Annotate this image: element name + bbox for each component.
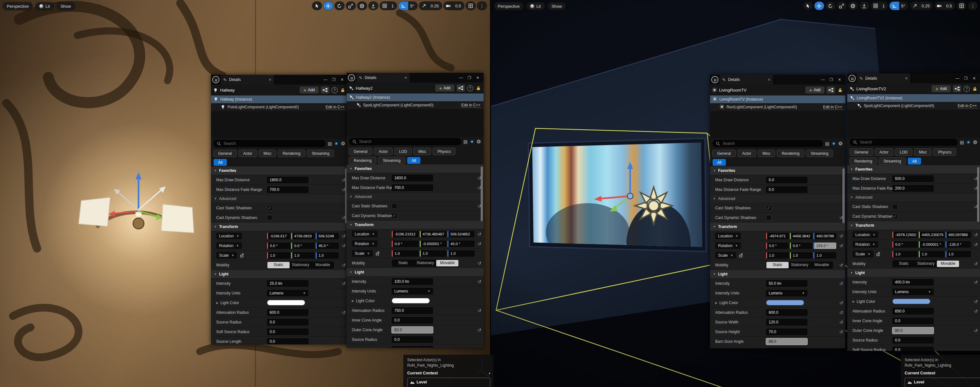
- value-field[interactable]: 650.0: [892, 308, 934, 315]
- tree-row-actor-instance[interactable]: LivingRoomTV2 (Instance): [847, 94, 980, 102]
- display-settings-icon[interactable]: ▤: [960, 140, 964, 145]
- scale-lock-icon[interactable]: [375, 251, 380, 256]
- z-value-field[interactable]: 506.5248: [316, 233, 339, 239]
- tab-details[interactable]: ✎Details✕: [857, 74, 911, 83]
- filter-chip-actor[interactable]: Actor: [738, 150, 756, 157]
- y-value-field[interactable]: 1.0: [291, 252, 314, 259]
- surface-snapping-button[interactable]: [369, 2, 378, 10]
- tab-details[interactable]: ✎Details✕: [720, 75, 773, 85]
- tree-props-splitter[interactable]: [347, 109, 484, 137]
- reset-to-default-button[interactable]: ↺: [837, 300, 845, 305]
- filter-chip-physics[interactable]: Physics: [934, 149, 956, 155]
- units-dropdown[interactable]: Lumens▼: [392, 288, 433, 294]
- search-input[interactable]: [722, 141, 819, 146]
- coordinate-space-button[interactable]: [357, 2, 367, 10]
- value-field[interactable]: 50.0 lm: [766, 280, 807, 287]
- mobility-option-stationary[interactable]: Stationary: [290, 262, 312, 268]
- add-component-button[interactable]: +Add: [300, 86, 318, 94]
- y-value-field[interactable]: 1.0: [919, 251, 944, 257]
- camera-speed-button[interactable]: 0.5: [444, 2, 464, 10]
- z-value-field[interactable]: 1.0: [316, 252, 339, 259]
- help-icon[interactable]: ?: [467, 85, 473, 91]
- filter-chip-misc[interactable]: Misc: [914, 149, 931, 155]
- reset-to-default-button[interactable]: ↺: [837, 243, 845, 248]
- add-component-button[interactable]: +Add: [932, 85, 951, 92]
- value-field[interactable]: 0.0: [766, 177, 807, 183]
- filter-chip-all[interactable]: All: [908, 158, 921, 165]
- x-value-field[interactable]: -5196.21912: [392, 231, 419, 237]
- viewport-layout-button[interactable]: [466, 2, 476, 10]
- tree-row-light-component[interactable]: SpotLightComponent (LightComponent0)Edit…: [847, 102, 980, 110]
- current-context-dropdown[interactable]: Current Context ▾: [905, 371, 980, 376]
- x-value-field[interactable]: -4978.12602: [892, 232, 918, 238]
- minimize-button[interactable]: —: [954, 76, 961, 81]
- z-value-field[interactable]: 1.0: [447, 250, 474, 257]
- x-value-field[interactable]: -4974.971: [766, 233, 789, 239]
- settings-gear-icon[interactable]: [838, 141, 843, 146]
- scale-snap-toggle[interactable]: 0.25: [419, 2, 442, 10]
- value-field[interactable]: 70.0: [766, 329, 807, 335]
- checkbox[interactable]: [766, 215, 771, 220]
- reset-to-default-button[interactable]: ↺: [972, 280, 980, 285]
- tree-props-splitter[interactable]: [211, 111, 348, 139]
- reset-to-default-button[interactable]: ↺: [475, 279, 484, 284]
- reset-to-default-button[interactable]: ↺: [475, 308, 484, 313]
- value-field[interactable]: 700.0: [392, 184, 433, 191]
- value-field[interactable]: 25.0 lm: [267, 280, 308, 287]
- section-header-transform[interactable]: ▼Transform: [710, 222, 845, 231]
- maximize-button[interactable]: ❐: [827, 77, 835, 82]
- rotate-tool-button[interactable]: [826, 2, 835, 10]
- grid-snap-toggle[interactable]: 1: [871, 2, 888, 10]
- tree-row-light-component[interactable]: SpotLightComponent (LightComponent0)Edit…: [347, 101, 484, 109]
- filter-chip-streaming[interactable]: Streaming: [378, 157, 405, 164]
- lock-icon[interactable]: [972, 87, 978, 91]
- z-value-field[interactable]: 1.0: [945, 251, 971, 257]
- value-field[interactable]: 400.0 lm: [892, 279, 934, 285]
- section-header-light[interactable]: ▼Light: [211, 270, 348, 279]
- scale-lock-icon[interactable]: [738, 253, 744, 257]
- value-field[interactable]: 88.0: [766, 338, 807, 345]
- checkbox[interactable]: ✓: [766, 205, 771, 211]
- value-field[interactable]: 0.0: [892, 337, 934, 344]
- edit-in-cpp-link[interactable]: Edit in C++: [326, 105, 345, 110]
- value-field[interactable]: 700.0: [267, 186, 308, 193]
- filter-chip-misc[interactable]: Misc: [414, 148, 431, 155]
- lit-mode-button[interactable]: Lit: [527, 2, 545, 10]
- y-value-field[interactable]: 4455.230075: [919, 232, 944, 238]
- edit-in-cpp-link[interactable]: Edit in C++: [823, 105, 843, 110]
- z-value-field[interactable]: 225.0 °: [813, 243, 836, 249]
- surface-snapping-button[interactable]: [859, 2, 869, 10]
- reset-to-default-button[interactable]: ↺: [837, 310, 845, 315]
- move-tool-button[interactable]: [323, 2, 333, 10]
- scale-lock-icon[interactable]: [239, 253, 245, 257]
- section-header-advanced[interactable]: ▼Advanced: [347, 192, 484, 201]
- camera-speed-button[interactable]: 0.5: [935, 2, 955, 10]
- value-field[interactable]: 0.0: [766, 186, 807, 193]
- checkbox[interactable]: ✓: [892, 214, 897, 219]
- value-field[interactable]: 600.0: [267, 309, 308, 316]
- tree-row-light-component[interactable]: PointLightComponent (LightComponent0)Edi…: [211, 103, 348, 111]
- checkbox[interactable]: [392, 203, 397, 209]
- tree-row-actor-instance[interactable]: Hallway2 (Instance): [347, 94, 484, 101]
- filter-chip-general[interactable]: General: [713, 150, 735, 157]
- value-field[interactable]: 0.0: [892, 347, 934, 351]
- axis-set-dropdown[interactable]: Scale▼: [216, 252, 237, 259]
- favorites-star-icon[interactable]: ★: [470, 139, 474, 144]
- reset-to-default-button[interactable]: ↺: [972, 328, 980, 333]
- value-field[interactable]: 0.0: [892, 318, 934, 324]
- viewport-layout-button[interactable]: [957, 2, 966, 10]
- value-field[interactable]: 200.0: [892, 185, 934, 192]
- settings-gear-icon[interactable]: [476, 139, 481, 144]
- value-field[interactable]: 20.0: [766, 348, 807, 349]
- minimize-button[interactable]: —: [819, 77, 827, 82]
- filter-chip-lod[interactable]: LOD: [895, 149, 912, 155]
- y-value-field[interactable]: -0.000001 °: [420, 241, 447, 247]
- checkbox[interactable]: ✓: [392, 213, 397, 218]
- current-context-dropdown[interactable]: Current Context ▾: [407, 371, 490, 376]
- move-tool-button[interactable]: [815, 2, 824, 10]
- value-field[interactable]: 0.0: [392, 346, 433, 348]
- z-value-field[interactable]: 490.09788: [813, 233, 836, 239]
- help-icon[interactable]: ?: [964, 86, 970, 92]
- section-header-advanced[interactable]: ▼Advanced: [710, 195, 845, 203]
- z-value-field[interactable]: 490.097886: [945, 232, 971, 238]
